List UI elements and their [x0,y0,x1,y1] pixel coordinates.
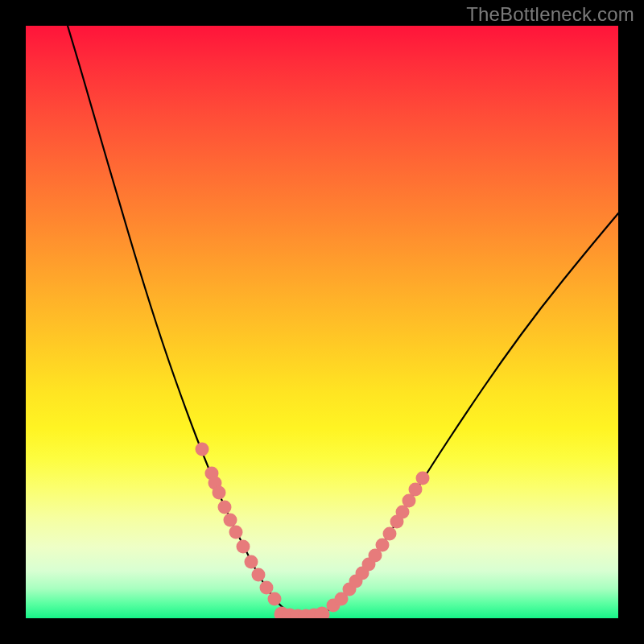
data-point [196,443,209,456]
data-point [268,592,282,606]
data-point [260,581,274,595]
data-point [409,483,423,497]
scatter-right [327,472,430,613]
chart-frame: TheBottleneck.com [0,0,644,644]
scatter-flat [275,607,330,619]
bottleneck-curve [68,26,618,617]
plot-area [26,26,618,618]
data-point [416,472,430,485]
data-point [229,526,243,539]
data-point [383,527,397,541]
chart-svg [26,26,618,618]
data-point [218,501,232,514]
data-point [237,540,250,554]
data-point [376,539,390,552]
data-point [224,514,237,527]
data-point [213,486,226,500]
data-point [252,568,266,582]
data-point [245,555,258,569]
watermark-text: TheBottleneck.com [466,3,634,26]
